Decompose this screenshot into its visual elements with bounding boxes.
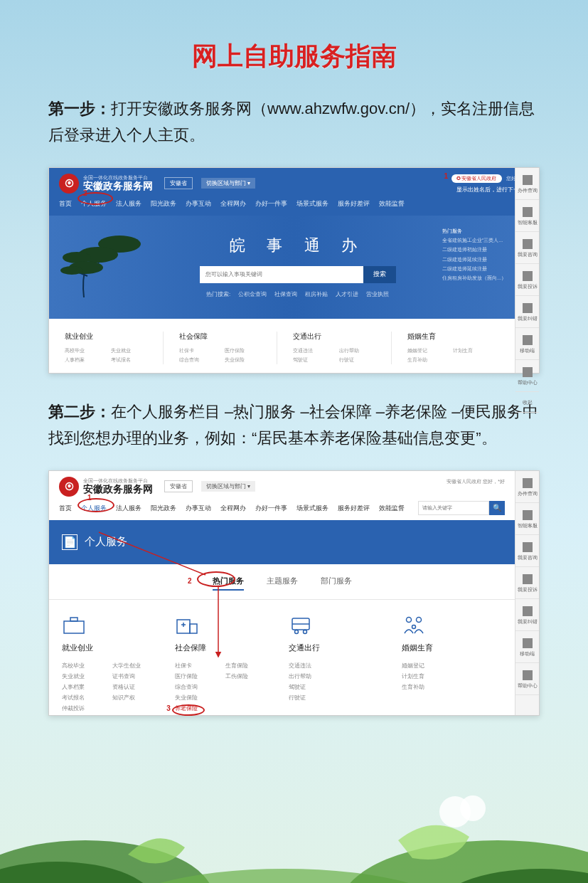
- nav-interact[interactable]: 办事互动: [186, 199, 211, 208]
- nav-online[interactable]: 全程网办: [220, 199, 246, 208]
- card-link[interactable]: 综合查询: [179, 355, 225, 364]
- svg-point-22: [434, 869, 588, 883]
- card-link[interactable]: 行驶证: [339, 355, 385, 364]
- rail-item[interactable]: 移动端: [515, 328, 539, 360]
- search-button[interactable]: 搜索: [363, 266, 396, 283]
- screenshot-1: ⦿ 全国一体化在线政务服务平台 安徽政务服务网 安徽省 切换区域与部门 ▾ 1 …: [48, 167, 540, 374]
- hot-link[interactable]: 人才引进: [336, 290, 358, 298]
- card-link[interactable]: 交通违法: [293, 346, 339, 355]
- switch-region-btn[interactable]: 切换区域与部门 ▾: [201, 178, 255, 189]
- province-btn[interactable]: 安徽省: [164, 480, 193, 492]
- rail-item[interactable]: 我要咨询: [515, 232, 539, 264]
- search-box: 搜索: [200, 266, 396, 283]
- search-input[interactable]: [200, 266, 363, 283]
- rail-item[interactable]: 智能客服: [515, 503, 539, 535]
- svc-link[interactable]: 生育补助: [402, 682, 452, 692]
- right-float-rail: 办件查询 智能客服 我要咨询 我要投诉 我要纠错 移动端 帮助中心 收起: [515, 168, 539, 373]
- province-btn[interactable]: 安徽省: [164, 177, 193, 189]
- card-link[interactable]: 失业保险: [225, 355, 271, 364]
- complaint-icon: [523, 574, 533, 584]
- nav-efficiency[interactable]: 效能监督: [379, 199, 405, 208]
- help-icon: [523, 670, 533, 680]
- nav-online[interactable]: 全程网办: [220, 504, 246, 513]
- card-link[interactable]: 婚姻登记: [407, 346, 454, 355]
- rail-item[interactable]: 办件查询: [515, 168, 539, 200]
- nav-home[interactable]: 首页: [59, 199, 72, 208]
- rail-item[interactable]: 我要咨询: [515, 535, 539, 567]
- svc-title: 交通出行: [289, 643, 389, 653]
- service-tabs: 2 热门服务 主题服务 部门服务: [49, 564, 515, 600]
- nav-legal[interactable]: 法人服务: [116, 199, 141, 208]
- hot-link[interactable]: 公积金查询: [238, 290, 267, 298]
- rail-label: 办件查询: [518, 491, 538, 496]
- rail-label: 智能客服: [518, 220, 538, 225]
- svc-link[interactable]: 驾驶证: [289, 682, 339, 692]
- nav-efficiency[interactable]: 效能监督: [379, 504, 405, 513]
- svc-link[interactable]: [225, 692, 276, 703]
- nav-scene[interactable]: 场景式服务: [296, 199, 328, 208]
- nav-home[interactable]: 首页: [59, 504, 72, 513]
- rail-item[interactable]: 帮助中心: [515, 360, 539, 392]
- annotation-num-1: 1: [444, 172, 449, 180]
- user-badge[interactable]: ✪ 安徽省人民政府: [451, 174, 502, 183]
- svc-link[interactable]: 医疗保险: [175, 671, 225, 682]
- hot-link[interactable]: 租房补贴: [305, 290, 328, 298]
- rail-item[interactable]: 收起: [515, 392, 539, 412]
- rail-item[interactable]: 我要投诉: [515, 264, 539, 296]
- svc-link[interactable]: 生育保险: [225, 660, 276, 671]
- hot-link[interactable]: 社保查询: [274, 290, 297, 298]
- hot-link[interactable]: 营业执照: [366, 290, 389, 298]
- card-link[interactable]: 出行帮助: [339, 346, 385, 355]
- rail-item[interactable]: 我要投诉: [515, 567, 539, 599]
- svc-link[interactable]: 资格认证: [112, 682, 163, 692]
- svc-link[interactable]: 人事档案: [62, 682, 112, 692]
- nav-sunshine[interactable]: 阳光政务: [151, 504, 176, 513]
- nav-interact[interactable]: 办事互动: [186, 504, 211, 513]
- help-icon: [523, 367, 533, 377]
- rail-item[interactable]: 移动端: [515, 631, 539, 663]
- card-link[interactable]: 失业就业: [111, 346, 157, 355]
- svc-link[interactable]: 社保卡: [175, 660, 225, 671]
- rail-item[interactable]: 帮助中心: [515, 663, 539, 695]
- svc-link[interactable]: 失业保险: [175, 692, 225, 703]
- svc-link[interactable]: 行驶证: [289, 692, 339, 703]
- svc-link[interactable]: 综合查询: [175, 682, 225, 692]
- nav-onething[interactable]: 办好一件事: [255, 504, 287, 513]
- card-link[interactable]: 医疗保险: [225, 346, 271, 355]
- svc-link[interactable]: 仲裁投诉: [62, 703, 112, 714]
- card-link[interactable]: 人事档案: [65, 355, 111, 364]
- card-link[interactable]: 高校毕业: [65, 346, 111, 355]
- card-link[interactable]: 生育补助: [407, 355, 454, 364]
- card-link[interactable]: 驾驶证: [293, 355, 339, 364]
- card-link[interactable]: 考试报名: [111, 355, 157, 364]
- nav-review[interactable]: 服务好差评: [338, 199, 370, 208]
- right-float-rail: 办件查询 智能客服 我要咨询 我要投诉 我要纠错 移动端 帮助中心: [515, 471, 539, 715]
- svc-link[interactable]: 知识产权: [112, 692, 163, 703]
- svc-link[interactable]: [225, 682, 276, 692]
- rail-label: 我要咨询: [518, 252, 538, 257]
- svc-link[interactable]: 出行帮助: [289, 671, 339, 682]
- tab-dept[interactable]: 部门服务: [321, 576, 352, 591]
- svc-link[interactable]: 交通违法: [289, 660, 339, 671]
- nav-sunshine[interactable]: 阳光政务: [151, 199, 176, 208]
- svc-link[interactable]: 证书查询: [112, 671, 163, 682]
- svc-link[interactable]: 工伤保险: [225, 671, 276, 682]
- nav-review[interactable]: 服务好差评: [338, 504, 370, 513]
- nav-scene[interactable]: 场景式服务: [296, 504, 328, 513]
- card-link[interactable]: 计划生育: [453, 346, 499, 355]
- tab-topic[interactable]: 主题服务: [267, 576, 298, 591]
- nav-onething[interactable]: 办好一件事: [255, 199, 287, 208]
- rail-item[interactable]: 智能客服: [515, 200, 539, 232]
- svc-link[interactable]: 考试报名: [62, 692, 112, 703]
- svc-link[interactable]: 高校毕业: [62, 660, 112, 671]
- nav-legal[interactable]: 法人服务: [116, 504, 141, 513]
- svc-link[interactable]: 计划生育: [402, 671, 452, 682]
- rail-item[interactable]: 我要纠错: [515, 599, 539, 631]
- svc-link[interactable]: 大学生创业: [112, 660, 163, 671]
- rail-item[interactable]: 我要纠错: [515, 296, 539, 328]
- svc-link[interactable]: 婚姻登记: [402, 660, 452, 671]
- svc-link[interactable]: 失业就业: [62, 671, 112, 682]
- card-link[interactable]: 社保卡: [179, 346, 225, 355]
- rail-item[interactable]: 办件查询: [515, 471, 539, 503]
- switch-region-btn[interactable]: 切换区域与部门 ▾: [201, 481, 255, 492]
